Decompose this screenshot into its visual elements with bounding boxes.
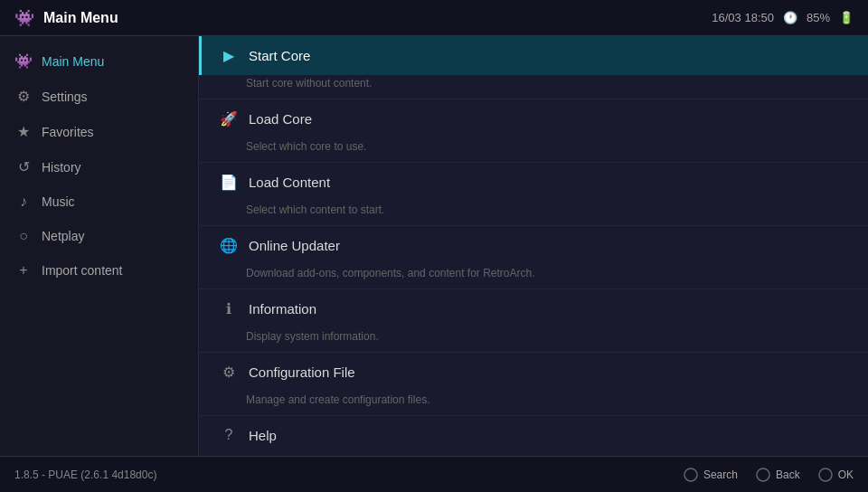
sidebar-item-favorites[interactable]: ★Favorites: [0, 114, 198, 149]
ok-icon: [818, 468, 833, 482]
menu-item-online-updater[interactable]: 🌐Online UpdaterDownload add-ons, compone…: [199, 226, 868, 289]
bottom-action-back[interactable]: Back: [756, 468, 800, 482]
menu-item-desc-configuration-file: Manage and create configuration files.: [199, 392, 868, 415]
menu-item-title-information: Information: [249, 301, 316, 317]
sidebar-label-history: History: [42, 160, 81, 175]
menu-item-title-help: Help: [249, 428, 277, 443]
sidebar-label-favorites: Favorites: [42, 125, 94, 139]
menu-item-desc-information: Display system information.: [199, 328, 868, 352]
sidebar-label-settings: Settings: [42, 90, 88, 104]
menu-item-icon-online-updater: 🌐: [220, 237, 238, 254]
menu-item-header-load-core: 🚀Load Core: [199, 99, 868, 138]
bottom-action-search[interactable]: Search: [684, 468, 738, 482]
top-bar-right: 16/03 18:50 🕐 85% 🔋: [712, 11, 854, 24]
menu-item-header-help: ?Help: [199, 416, 868, 454]
search-icon: [684, 468, 698, 482]
sidebar-item-main-menu[interactable]: 👾Main Menu: [0, 43, 198, 79]
datetime-display: 16/03 18:50: [712, 11, 774, 24]
svg-point-0: [684, 468, 697, 481]
menu-item-icon-configuration-file: ⚙: [220, 364, 238, 381]
sidebar: 👾Main Menu⚙Settings★Favorites↺History♪Mu…: [0, 36, 199, 456]
bottom-bar-actions: SearchBackOK: [684, 468, 854, 482]
menu-item-icon-load-core: 🚀: [220, 110, 238, 128]
sidebar-icon-favorites: ★: [14, 123, 33, 140]
back-icon: [756, 468, 770, 482]
menu-item-desc-start-core: Start core without content.: [199, 75, 868, 99]
top-bar: 👾 Main Menu 16/03 18:50 🕐 85% 🔋: [0, 0, 868, 36]
menu-item-header-load-content: 📄Load Content: [199, 163, 868, 202]
menu-item-title-online-updater: Online Updater: [249, 238, 340, 253]
sidebar-icon-music: ♪: [14, 194, 33, 210]
battery-icon: 🔋: [839, 11, 854, 24]
menu-item-header-configuration-file: ⚙Configuration File: [199, 353, 868, 392]
menu-item-title-configuration-file: Configuration File: [249, 364, 355, 380]
sidebar-item-history[interactable]: ↺History: [0, 149, 198, 184]
sidebar-icon-history: ↺: [14, 158, 33, 175]
menu-item-icon-start-core: ▶: [220, 47, 238, 64]
bottom-bar: 1.8.5 - PUAE (2.6.1 4d18d0c) SearchBackO…: [0, 456, 868, 492]
sidebar-label-music: Music: [42, 194, 75, 209]
menu-item-desc-online-updater: Download add-ons, components, and conten…: [199, 265, 868, 289]
menu-item-load-core[interactable]: 🚀Load CoreSelect which core to use.: [199, 99, 868, 163]
menu-item-title-start-core: Start Core: [249, 48, 310, 63]
version-label: 1.8.5 - PUAE (2.6.1 4d18d0c): [14, 468, 156, 481]
sidebar-label-netplay: Netplay: [42, 229, 84, 243]
sidebar-item-music[interactable]: ♪Music: [0, 184, 198, 219]
menu-item-information[interactable]: ℹInformationDisplay system information.: [199, 289, 868, 353]
menu-item-title-load-content: Load Content: [249, 175, 330, 190]
menu-item-title-load-core: Load Core: [249, 111, 312, 127]
menu-item-help[interactable]: ?HelpLearn more about how the program wo…: [199, 416, 868, 456]
menu-item-icon-information: ℹ: [220, 300, 238, 317]
menu-item-icon-load-content: 📄: [220, 174, 238, 191]
sidebar-icon-import-content: +: [14, 262, 33, 279]
bottom-action-label-back: Back: [776, 468, 800, 481]
menu-item-header-online-updater: 🌐Online Updater: [199, 226, 868, 265]
sidebar-item-import-content[interactable]: +Import content: [0, 253, 198, 288]
right-panel: ▶Start CoreStart core without content.🚀L…: [199, 36, 868, 456]
sidebar-label-main-menu: Main Menu: [42, 54, 104, 69]
menu-item-desc-load-core: Select which core to use.: [199, 138, 868, 162]
menu-item-header-information: ℹInformation: [199, 289, 868, 328]
sidebar-label-import-content: Import content: [42, 263, 123, 278]
battery-display: 85%: [807, 11, 830, 24]
svg-point-1: [757, 468, 769, 481]
sidebar-icon-netplay: ○: [14, 228, 33, 244]
sidebar-icon-settings: ⚙: [14, 88, 33, 105]
sidebar-item-settings[interactable]: ⚙Settings: [0, 79, 198, 114]
main-content: 👾Main Menu⚙Settings★Favorites↺History♪Mu…: [0, 36, 868, 456]
menu-item-configuration-file[interactable]: ⚙Configuration FileManage and create con…: [199, 353, 868, 416]
bottom-action-ok[interactable]: OK: [818, 468, 854, 482]
menu-item-header-start-core: ▶Start Core: [199, 36, 868, 75]
sidebar-icon-main-menu: 👾: [14, 52, 33, 70]
menu-item-start-core[interactable]: ▶Start CoreStart core without content.: [199, 36, 868, 99]
bottom-action-label-ok: OK: [838, 468, 854, 481]
menu-item-desc-load-content: Select which content to start.: [199, 202, 868, 225]
clock-icon: 🕐: [783, 11, 797, 24]
menu-item-load-content[interactable]: 📄Load ContentSelect which content to sta…: [199, 163, 868, 226]
retroarch-logo-icon: 👾: [14, 8, 34, 28]
bottom-action-label-search: Search: [703, 468, 738, 481]
sidebar-item-netplay[interactable]: ○Netplay: [0, 219, 198, 253]
svg-point-2: [819, 468, 832, 481]
page-title: Main Menu: [43, 10, 712, 26]
menu-item-icon-help: ?: [220, 427, 238, 443]
